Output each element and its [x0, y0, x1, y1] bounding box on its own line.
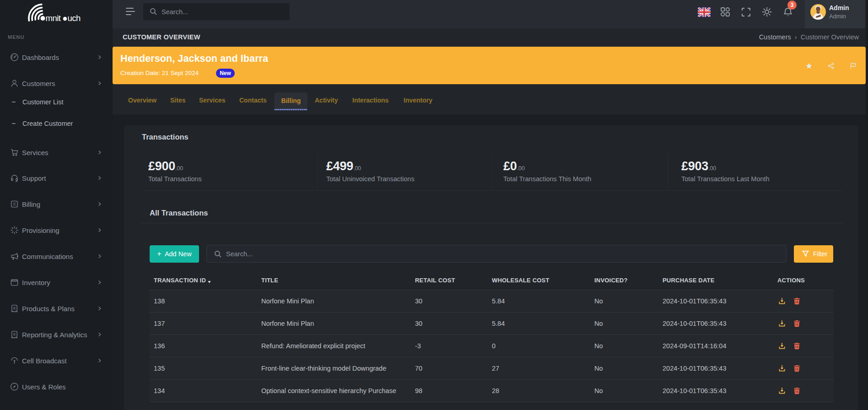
svg-text:uch: uch	[68, 13, 81, 23]
svg-text:mnit: mnit	[46, 13, 61, 23]
